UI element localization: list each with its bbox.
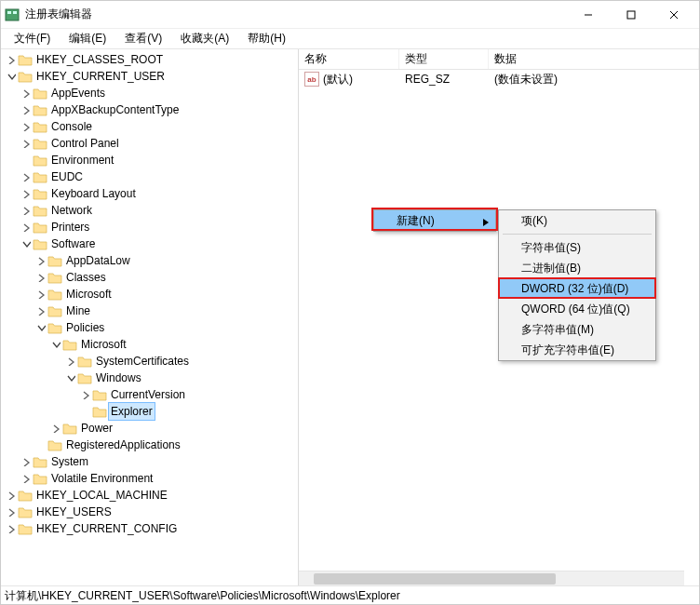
chevron-right-icon[interactable] (64, 355, 77, 368)
context-item-string[interactable]: 字符串值(S) (499, 237, 655, 258)
menu-file[interactable]: 文件(F) (5, 29, 60, 48)
tree-item-network[interactable]: Network (16, 202, 298, 219)
chevron-right-icon[interactable] (20, 170, 33, 183)
tree-pane[interactable]: HKEY_CLASSES_ROOT HKEY_CURRENT_USER AppE… (1, 49, 299, 585)
context-item-qword[interactable]: QWORD (64 位)值(Q) (499, 299, 655, 319)
close-button[interactable] (653, 1, 695, 29)
tree-item-appxbackup[interactable]: AppXBackupContentType (16, 101, 298, 118)
context-label: DWORD (32 位)值(D) (521, 281, 628, 297)
column-header-data[interactable]: 数据 (489, 49, 699, 69)
chevron-right-icon[interactable] (34, 271, 47, 284)
minimize-button[interactable] (567, 1, 610, 29)
context-item-binary[interactable]: 二进制值(B) (499, 258, 655, 278)
tree-item-software[interactable]: Software (16, 235, 298, 252)
tree-label: AppXBackupContentType (51, 101, 179, 118)
chevron-right-icon[interactable] (20, 120, 33, 133)
tree-label: HKEY_CLASSES_ROOT (36, 51, 163, 68)
chevron-right-icon[interactable] (49, 422, 62, 435)
tree-item-policies-microsoft[interactable]: Microsoft (46, 336, 298, 353)
maximize-button[interactable] (610, 1, 653, 29)
chevron-right-icon[interactable] (79, 388, 92, 401)
chevron-right-icon[interactable] (20, 187, 33, 200)
tree-item-hku[interactable]: HKEY_USERS (1, 504, 298, 520)
tree-item-keyboard[interactable]: Keyboard Layout (16, 185, 298, 202)
folder-icon (47, 304, 62, 317)
column-header-name[interactable]: 名称 (299, 49, 399, 69)
tree-item-appevents[interactable]: AppEvents (16, 85, 298, 101)
folder-icon (47, 288, 62, 301)
tree-label: HKEY_CURRENT_USER (36, 68, 165, 85)
menu-edit[interactable]: 编辑(E) (60, 29, 115, 48)
folder-icon (33, 472, 47, 485)
context-menu: 新建(N) (373, 209, 496, 232)
chevron-down-icon[interactable] (64, 371, 77, 384)
chevron-down-icon[interactable] (34, 321, 47, 334)
tree-item-hkcr[interactable]: HKEY_CLASSES_ROOT (1, 51, 298, 68)
tree-item-systemcerts[interactable]: SystemCertificates (61, 353, 298, 370)
menu-view[interactable]: 查看(V) (115, 29, 171, 48)
value-data: (数值未设置) (489, 72, 699, 87)
chevron-right-icon[interactable] (20, 221, 33, 234)
chevron-down-icon[interactable] (5, 70, 18, 83)
tree-label: AppEvents (51, 85, 105, 101)
tree-item-microsoft[interactable]: Microsoft (31, 286, 298, 302)
chevron-right-icon[interactable] (20, 137, 33, 150)
tree-item-system[interactable]: System (16, 453, 298, 470)
folder-icon (62, 338, 77, 351)
chevron-right-icon[interactable] (20, 87, 33, 100)
chevron-right-icon[interactable] (5, 505, 18, 518)
tree-item-volatileenv[interactable]: Volatile Environment (16, 470, 298, 487)
chevron-right-icon[interactable] (34, 304, 47, 317)
chevron-right-icon[interactable] (5, 522, 18, 535)
context-item-multistring[interactable]: 多字符串值(M) (499, 319, 655, 340)
tree-item-console[interactable]: Console (16, 118, 298, 135)
context-item-dword[interactable]: DWORD (32 位)值(D) (499, 278, 655, 299)
chevron-right-icon[interactable] (5, 489, 18, 502)
tree-item-hkcc[interactable]: HKEY_CURRENT_CONFIG (1, 520, 298, 537)
chevron-right-icon[interactable] (20, 204, 33, 217)
tree-item-classes[interactable]: Classes (31, 269, 298, 286)
context-item-new[interactable]: 新建(N) (374, 210, 495, 231)
tree-label: Volatile Environment (51, 470, 153, 487)
regedit-window: 注册表编辑器 文件(F) 编辑(E) 查看(V) 收藏夹(A) 帮助(H) HK… (0, 0, 700, 605)
tree-label: HKEY_LOCAL_MACHINE (36, 487, 168, 504)
context-item-expandstring[interactable]: 可扩充字符串值(E) (499, 340, 655, 360)
tree-item-hklm[interactable]: HKEY_LOCAL_MACHINE (1, 487, 298, 504)
tree-item-appdatalow[interactable]: AppDataLow (31, 252, 298, 269)
tree-item-environment[interactable]: Environment (16, 152, 298, 168)
tree-item-mine[interactable]: Mine (31, 302, 298, 319)
tree-label: Network (51, 202, 92, 219)
tree-item-explorer[interactable]: Explorer (75, 403, 298, 420)
tree-item-registeredapps[interactable]: RegisteredApplications (31, 437, 298, 453)
tree-item-windows[interactable]: Windows (61, 370, 298, 386)
chevron-right-icon[interactable] (5, 53, 18, 66)
tree-label: AppDataLow (66, 252, 130, 269)
tree-item-policies[interactable]: Policies (31, 319, 298, 336)
folder-icon (33, 204, 47, 217)
chevron-down-icon[interactable] (20, 237, 33, 250)
tree-item-power[interactable]: Power (46, 420, 298, 437)
scrollbar-thumb[interactable] (314, 573, 556, 585)
folder-icon (92, 405, 107, 418)
chevron-right-icon[interactable] (34, 254, 47, 267)
chevron-right-icon[interactable] (20, 455, 33, 468)
scrollbar-horizontal[interactable] (299, 571, 684, 585)
tree-item-hkcu[interactable]: HKEY_CURRENT_USER (1, 68, 298, 85)
menu-favorites[interactable]: 收藏夹(A) (171, 29, 238, 48)
chevron-right-icon[interactable] (34, 288, 47, 301)
list-row[interactable]: ab(默认) REG_SZ (数值未设置) (299, 70, 699, 88)
chevron-down-icon[interactable] (49, 338, 62, 351)
chevron-right-icon[interactable] (20, 103, 33, 116)
tree-item-printers[interactable]: Printers (16, 219, 298, 235)
column-header-type[interactable]: 类型 (399, 49, 489, 69)
folder-icon (33, 221, 47, 234)
chevron-right-icon[interactable] (20, 472, 33, 485)
menu-help[interactable]: 帮助(H) (238, 29, 295, 48)
tree-item-currentversion[interactable]: CurrentVersion (75, 386, 298, 403)
context-item-key[interactable]: 项(K) (499, 210, 655, 231)
submenu-arrow-icon (482, 216, 490, 229)
list-body[interactable]: ab(默认) REG_SZ (数值未设置) 新建(N) 项(K) 字符串值(S)… (299, 70, 699, 585)
string-value-icon: ab (304, 72, 319, 87)
tree-item-eudc[interactable]: EUDC (16, 168, 298, 185)
tree-item-controlpanel[interactable]: Control Panel (16, 135, 298, 152)
